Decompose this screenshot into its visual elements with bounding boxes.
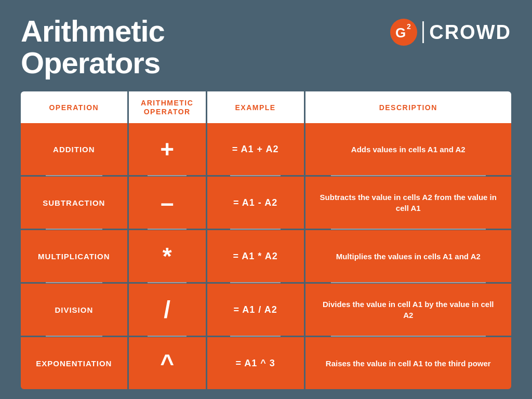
svg-text:2: 2	[407, 22, 411, 31]
cell-description: Raises the value in cell A1 to the third…	[305, 337, 512, 389]
logo-area: G 2 CROWD	[390, 19, 511, 46]
table-row: MULTIPLICATION*= A1 * A2Multiplies the v…	[21, 230, 511, 284]
cell-operation: MULTIPLICATION	[21, 230, 129, 284]
cell-example: = A1 ^ 3	[207, 337, 305, 389]
svg-text:G: G	[395, 25, 406, 41]
cell-example: = A1 - A2	[207, 177, 305, 230]
example-label: = A1 * A2	[214, 230, 298, 282]
arithmetic-table: OPERATION ARITHMETIC OPERATOR EXAMPLE DE…	[21, 91, 511, 390]
operation-label: ADDITION	[27, 123, 121, 175]
table-row: ADDITION+= A1 + A2Adds values in cells A…	[21, 123, 511, 177]
table-row: EXPONENTIATION^= A1 ^ 3Raises the value …	[21, 337, 511, 389]
th-operator: ARITHMETIC OPERATOR	[129, 91, 207, 124]
example-label: = A1 / A2	[214, 284, 298, 336]
cell-operation: ADDITION	[21, 123, 129, 177]
cell-operator: ^	[129, 337, 207, 389]
cell-operator: –	[129, 177, 207, 230]
cell-description: Multiplies the values in cells A1 and A2	[305, 230, 512, 284]
header: Arithmetic Operators G 2 CROWD	[21, 16, 511, 79]
description-text: Adds values in cells A1 and A2	[312, 123, 506, 175]
th-description: DESCRIPTION	[305, 91, 512, 124]
operator-symbol: /	[164, 298, 170, 322]
operation-label: DIVISION	[27, 284, 121, 336]
cell-description: Divides the value in cell A1 by the valu…	[305, 284, 512, 337]
cell-example: = A1 + A2	[207, 123, 305, 177]
operator-symbol: ^	[160, 351, 174, 375]
table-wrapper: OPERATION ARITHMETIC OPERATOR EXAMPLE DE…	[21, 91, 511, 390]
brand-name: CROWD	[429, 21, 511, 44]
example-label: = A1 ^ 3	[214, 337, 298, 389]
cell-operator: /	[129, 284, 207, 337]
g2-icon: G 2	[390, 19, 417, 46]
operation-label: EXPONENTIATION	[27, 337, 121, 389]
cell-operation: DIVISION	[21, 284, 129, 337]
th-example: EXAMPLE	[207, 91, 305, 124]
description-text: Subtracts the value in cells A2 from the…	[312, 177, 506, 229]
description-text: Raises the value in cell A1 to the third…	[312, 337, 506, 389]
operator-symbol: +	[160, 137, 174, 161]
description-text: Divides the value in cell A1 by the valu…	[312, 284, 506, 336]
table-row: SUBTRACTION–= A1 - A2Subtracts the value…	[21, 177, 511, 230]
table-row: DIVISION/= A1 / A2Divides the value in c…	[21, 284, 511, 337]
example-label: = A1 - A2	[214, 177, 298, 229]
logo-divider	[422, 21, 424, 43]
cell-operator: +	[129, 123, 207, 177]
cell-description: Subtracts the value in cells A2 from the…	[305, 177, 512, 230]
operator-symbol: *	[163, 244, 172, 268]
cell-example: = A1 * A2	[207, 230, 305, 284]
operator-symbol: –	[161, 191, 174, 215]
cell-operator: *	[129, 230, 207, 284]
page-container: Arithmetic Operators G 2 CROWD OPERATION…	[0, 0, 532, 399]
operation-label: SUBTRACTION	[27, 177, 121, 229]
cell-operation: EXPONENTIATION	[21, 337, 129, 389]
page-title: Arithmetic Operators	[21, 16, 165, 79]
table-header-row: OPERATION ARITHMETIC OPERATOR EXAMPLE DE…	[21, 91, 511, 124]
example-label: = A1 + A2	[214, 123, 298, 175]
cell-example: = A1 / A2	[207, 284, 305, 337]
operation-label: MULTIPLICATION	[27, 230, 121, 282]
cell-operation: SUBTRACTION	[21, 177, 129, 230]
description-text: Multiplies the values in cells A1 and A2	[312, 230, 506, 282]
cell-description: Adds values in cells A1 and A2	[305, 123, 512, 177]
th-operation: OPERATION	[21, 91, 129, 124]
